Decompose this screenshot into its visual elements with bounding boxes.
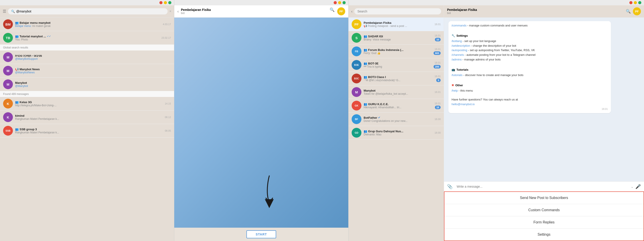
chat-name: 👥 BOT-3E (364, 62, 431, 65)
list-item[interactable]: S 👥 SADAR IGI Brainy: Voice message 18.0… (348, 31, 444, 45)
right-chat-title: Pembelajaran Fisika bot (447, 8, 624, 15)
chat-preview: @Manybot (15, 85, 171, 88)
avatar: TB (3, 33, 13, 43)
minimize-button-center[interactable] (338, 1, 341, 4)
right-top-headers: ‹ Pembelajaran Fisika bot 🔍 PF (348, 5, 644, 18)
search-icon-right-chat[interactable]: 🔍 (626, 9, 631, 14)
microphone-icon[interactable]: 🎤 (635, 184, 641, 189)
list-item[interactable]: GK 👥 GURU K.E.C.E. Hikmayanti: Alhamduli… (348, 99, 444, 113)
list-item[interactable]: PF Pembelajaran Fisika 📢 Posting /newpos… (348, 18, 444, 31)
search-input-left[interactable] (16, 10, 164, 13)
chat-info: BotFather ✔ Done! Congratulations on you… (364, 116, 432, 122)
chat-info: מניבוט - תמיכה טכנית @ManyBotSupport (15, 54, 171, 61)
minimize-button-left[interactable] (164, 1, 167, 4)
close-button-left[interactable] (160, 1, 162, 4)
setdescription-link[interactable]: /setdescription (452, 44, 470, 47)
msg-text: /admins - manage admins of your bots (452, 57, 608, 62)
maximize-button-right[interactable] (638, 1, 641, 4)
chat-info: 📢 Manybot News @ManybotNews (15, 68, 171, 74)
chat-name: kimind (15, 114, 162, 117)
chat-time: 08.12 (165, 116, 171, 119)
close-button-center[interactable] (334, 1, 337, 4)
list-item[interactable]: M 📢 Manybot News @ManybotNews (0, 64, 174, 78)
chat-time: 18.01 (434, 34, 441, 37)
unread-badge: 18 (435, 106, 441, 109)
list-item[interactable]: M Manybot Token for @belajarfisika_bot a… (348, 85, 444, 99)
help-link[interactable]: /help (452, 89, 458, 92)
chat-preview: http://telegra.ph/Make-Bot-Using-... (15, 104, 162, 107)
search-box-left[interactable]: 🔍 (8, 8, 168, 15)
chat-name: 👥 BOT3 Class I (364, 75, 432, 79)
section-label: Global search results (0, 45, 174, 51)
list-item[interactable]: BF BotFather ✔ Done! Congratulations on … (348, 113, 444, 126)
attachment-icon[interactable]: 📎 (447, 184, 453, 189)
botlang-link[interactable]: /botlang (452, 39, 462, 43)
commands-link[interactable]: /commands (452, 24, 466, 27)
autoposting-link[interactable]: /autoposting (452, 49, 467, 52)
chat-info: 👥 SADAR IGI Brainy: Voice message (364, 35, 432, 41)
start-button[interactable]: START (246, 230, 276, 238)
chat-meta: 18.01 (434, 23, 441, 26)
list-item[interactable]: GD 👥 Grup Guru Dahsyat Nus... Dwinanto: … (348, 126, 444, 140)
list-item[interactable]: TB 👥 Tutorial manybot ... ✓✓ You: Photo … (0, 31, 174, 45)
msg-text: /tutorials - discover how to create and … (452, 73, 608, 78)
form-replies-button[interactable]: Form Replies (444, 216, 644, 228)
right-messages: /commands - manage custom commands and u… (444, 18, 644, 181)
chevron-down-icon[interactable]: ⌄ (631, 184, 634, 189)
search-icon-center[interactable]: 🔍 (330, 7, 334, 15)
message-input[interactable] (454, 183, 629, 190)
chat-name: Pembelajaran Fisika (364, 21, 432, 25)
unread-badge: 665 (434, 51, 441, 55)
avatar: GK (352, 101, 362, 111)
list-item[interactable]: M Manybot @Manybot (0, 78, 174, 91)
center-icons: 🔍 PF (330, 7, 345, 15)
avatar: M (3, 66, 13, 76)
chat-info: 👥 Belajar menu manybot Belajar menu: Ini… (15, 21, 160, 28)
right-search-box[interactable] (354, 8, 441, 15)
chat-meta: 18.01 18 (434, 102, 441, 109)
list-item[interactable]: FB 👥 Forum Buku Indonesia (... Ferry: Gu… (348, 45, 444, 58)
list-item[interactable]: BM 👥 Belajar menu manybot Belajar menu: … (0, 18, 174, 31)
maximize-button-left[interactable] (168, 1, 172, 4)
list-item[interactable]: K kimind Rangkuman Materi Pembelajaran k… (0, 111, 174, 124)
channels-link[interactable]: /channels (452, 53, 464, 57)
chat-meta: 08.12 (165, 116, 171, 119)
msg-text: /autoposting - set up autoposting from T… (452, 48, 608, 53)
list-item[interactable]: B3E 👥 BOT-3E ••• Tria is typing 18.01 20… (348, 58, 444, 72)
chat-preview: Rangkuman Materi Pembelajaran k... (15, 131, 162, 134)
question-text: Have further questions? You can always r… (452, 97, 608, 102)
list-item[interactable]: B3C 👥 BOT3 Class I ⁻ᶠM @M ɪ xlu(n/xə̈ɪ/x… (348, 72, 444, 85)
close-search-icon[interactable]: × (170, 9, 172, 13)
center-titlebar (174, 0, 348, 5)
list-item[interactable]: K 👥 Kelas 3G http://telegra.ph/Make-Bot-… (0, 97, 174, 111)
group-icon: 👥 (15, 35, 19, 38)
back-icon-center[interactable]: ‹ (177, 9, 179, 14)
unread-badge: 206 (434, 65, 441, 69)
chat-info: 👥 BOT3 Class I ⁻ᶠM @M ɪ xlu(n/xə̈ɪ/xdxə̈… (364, 75, 432, 82)
tutorials-link[interactable]: /tutorials (452, 73, 462, 77)
maximize-button-center[interactable] (342, 1, 346, 4)
email-link[interactable]: hello@manybot.io (452, 103, 474, 106)
chat-name: 📢 Manybot News (15, 68, 171, 71)
minimize-button-right[interactable] (634, 1, 637, 4)
avatar: B3C (352, 74, 362, 83)
avatar-right: PF (633, 7, 641, 15)
chat-time: 4.03.17 (163, 23, 171, 26)
custom-commands-button[interactable]: Custom Commands (444, 204, 644, 216)
left-window: ☰ 🔍 × BM 👥 Belajar menu manybot Belajar … (0, 0, 174, 241)
back-icon-right-search[interactable]: ‹ (351, 9, 352, 14)
settings-button[interactable]: Settings (444, 228, 644, 240)
chat-preview: Belajar menu: Ini materi gerak (15, 25, 160, 28)
chat-name: מניבוט - תמיכה טכנית (15, 54, 171, 57)
list-item[interactable]: SSB 👥 SSB group 3 Rangkuman Materi Pembe… (0, 124, 174, 138)
chat-info: 👥 Forum Buku Indonesia (... Ferry: Gud 👍 (364, 48, 431, 55)
avatar: FB (352, 47, 362, 56)
send-new-post-button[interactable]: Send New Post to Subscribers (444, 192, 644, 204)
chat-name: 👥 Belajar menu manybot (15, 21, 160, 25)
admins-link[interactable]: /admins (452, 58, 462, 61)
search-input-right[interactable] (358, 10, 438, 13)
close-button-right[interactable] (629, 1, 632, 4)
hamburger-icon[interactable]: ☰ (3, 9, 6, 14)
left-header: ☰ 🔍 × (0, 5, 174, 18)
list-item[interactable]: M מניבוט - תמיכה טכנית @ManyBotSupport (0, 51, 174, 64)
